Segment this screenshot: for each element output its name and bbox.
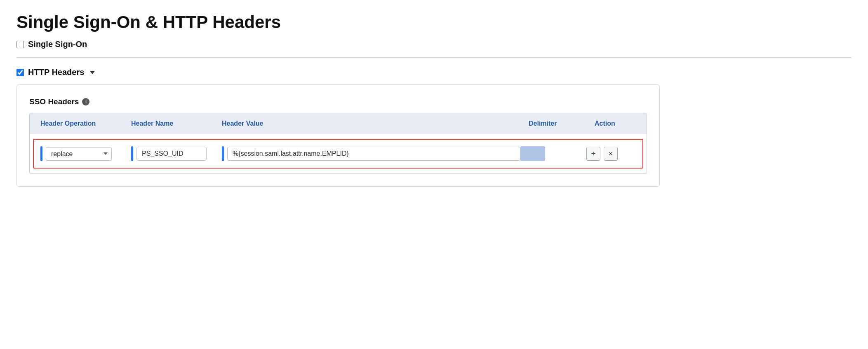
delimiter-box[interactable] (520, 146, 545, 161)
http-headers-checkbox[interactable] (16, 69, 24, 76)
http-headers-panel: SSO Headers i Header Operation Header Na… (16, 84, 660, 187)
sso-checkbox[interactable] (16, 41, 24, 48)
value-blue-bar (222, 146, 224, 161)
remove-row-button[interactable]: × (604, 147, 618, 161)
name-blue-bar (131, 146, 133, 161)
sso-headers-section-title: SSO Headers i (29, 97, 647, 106)
action-cell: + × (586, 144, 636, 163)
column-header-value: Header Value (218, 117, 525, 130)
header-name-input[interactable] (136, 147, 207, 161)
sso-checkbox-row: Single Sign-On (16, 40, 852, 49)
divider (16, 57, 852, 58)
column-header-delimiter: Delimiter (525, 117, 590, 130)
name-cell (131, 144, 222, 164)
info-icon[interactable]: i (82, 98, 89, 105)
operation-blue-bar (40, 146, 42, 161)
http-headers-label[interactable]: HTTP Headers (28, 68, 84, 77)
http-headers-row: HTTP Headers (16, 68, 852, 77)
column-header-name: Header Name (127, 117, 218, 130)
table-header-row: Header Operation Header Name Header Valu… (30, 113, 647, 134)
page-title: Single Sign-On & HTTP Headers (16, 12, 852, 32)
chevron-down-icon[interactable] (90, 71, 95, 74)
sso-headers-table: Header Operation Header Name Header Valu… (29, 113, 647, 174)
sso-checkbox-label[interactable]: Single Sign-On (28, 40, 87, 49)
operation-select-wrapper: replace insert delete remove (46, 147, 112, 161)
table-row: replace insert delete remove (33, 139, 643, 169)
action-buttons: + × (586, 147, 618, 161)
add-row-button[interactable]: + (586, 147, 600, 161)
value-cell (222, 144, 520, 164)
column-header-action: Action (590, 117, 640, 130)
operation-select[interactable]: replace insert delete remove (46, 147, 112, 161)
operation-cell: replace insert delete remove (40, 144, 131, 164)
column-header-operation: Header Operation (36, 117, 127, 130)
delimiter-cell (520, 144, 586, 164)
table-body: replace insert delete remove (30, 134, 647, 173)
sso-headers-title-text: SSO Headers (29, 97, 79, 106)
header-value-input[interactable] (227, 147, 520, 161)
